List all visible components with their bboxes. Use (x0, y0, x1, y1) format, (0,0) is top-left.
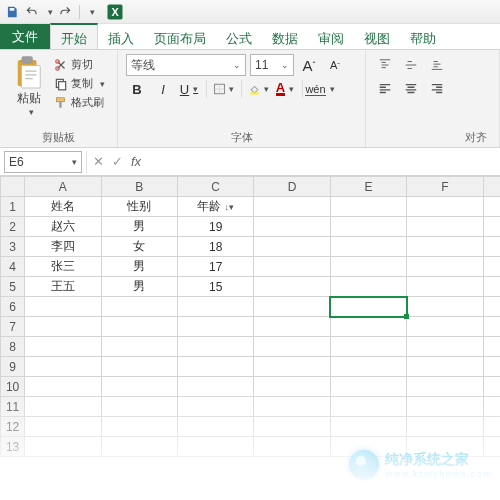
row-header[interactable]: 4 (1, 257, 25, 277)
row-header[interactable]: 6 (1, 297, 25, 317)
cell[interactable] (330, 277, 406, 297)
cell[interactable]: 性别 (101, 197, 177, 217)
cell[interactable] (177, 357, 253, 377)
fill-color-button[interactable]: ▾ (248, 78, 270, 100)
paste-button[interactable]: 粘贴 ▾ (8, 54, 50, 119)
cell[interactable] (483, 337, 500, 357)
tab-formulas[interactable]: 公式 (216, 24, 262, 49)
borders-button[interactable]: ▾ (213, 78, 235, 100)
cell[interactable] (177, 397, 253, 417)
cell[interactable] (254, 337, 330, 357)
cell[interactable] (25, 297, 101, 317)
cell[interactable] (407, 257, 483, 277)
format-painter-button[interactable]: 格式刷 (52, 94, 107, 111)
undo-icon[interactable] (24, 4, 40, 20)
cell[interactable] (25, 437, 101, 457)
cell[interactable] (177, 337, 253, 357)
tab-page-layout[interactable]: 页面布局 (144, 24, 216, 49)
cell[interactable] (330, 257, 406, 277)
tab-file[interactable]: 文件 (0, 24, 50, 49)
cell[interactable] (254, 297, 330, 317)
cell[interactable]: 19 (177, 217, 253, 237)
cell[interactable]: 姓名 (25, 197, 101, 217)
redo-icon[interactable] (57, 4, 73, 20)
row-header[interactable]: 2 (1, 217, 25, 237)
col-header[interactable]: C (177, 177, 253, 197)
font-color-button[interactable]: A▾ (274, 78, 296, 100)
tab-home[interactable]: 开始 (50, 23, 98, 49)
cell[interactable] (177, 437, 253, 457)
cell[interactable] (101, 337, 177, 357)
cell[interactable] (330, 357, 406, 377)
cell[interactable] (254, 317, 330, 337)
cell[interactable]: 赵六 (25, 217, 101, 237)
cell[interactable] (407, 357, 483, 377)
cell[interactable] (483, 257, 500, 277)
increase-font-button[interactable]: Aˆ (298, 54, 320, 76)
italic-button[interactable]: I (152, 78, 174, 100)
cell[interactable] (407, 397, 483, 417)
underline-button[interactable]: U▾ (178, 78, 200, 100)
fx-icon[interactable]: fx (131, 154, 141, 169)
cell[interactable] (483, 417, 500, 437)
cell[interactable] (330, 417, 406, 437)
cell[interactable] (254, 237, 330, 257)
align-right-button[interactable] (426, 78, 448, 100)
cell[interactable] (101, 317, 177, 337)
cell[interactable] (483, 437, 500, 457)
cell[interactable] (254, 437, 330, 457)
row-header[interactable]: 7 (1, 317, 25, 337)
cell[interactable] (407, 417, 483, 437)
col-header[interactable]: E (330, 177, 406, 197)
cancel-formula-icon[interactable]: ✕ (93, 154, 104, 169)
tab-insert[interactable]: 插入 (98, 24, 144, 49)
tab-help[interactable]: 帮助 (400, 24, 446, 49)
cell[interactable] (407, 437, 483, 457)
cell[interactable]: 王五 (25, 277, 101, 297)
cell[interactable] (25, 357, 101, 377)
cell[interactable] (483, 217, 500, 237)
filter-sort-icon[interactable]: ↓▾ (224, 202, 234, 212)
cell[interactable] (407, 317, 483, 337)
align-left-button[interactable] (374, 78, 396, 100)
cell[interactable] (483, 277, 500, 297)
cell[interactable] (330, 437, 406, 457)
cell[interactable] (101, 357, 177, 377)
formula-input[interactable] (149, 151, 494, 173)
cell[interactable] (101, 397, 177, 417)
cell[interactable] (101, 417, 177, 437)
cell[interactable] (177, 297, 253, 317)
cell[interactable]: 年龄↓▾ (177, 197, 253, 217)
cell[interactable] (254, 417, 330, 437)
cell[interactable] (25, 417, 101, 437)
cell[interactable] (330, 217, 406, 237)
cell[interactable] (254, 377, 330, 397)
cell[interactable] (101, 297, 177, 317)
cell[interactable] (483, 397, 500, 417)
save-icon[interactable] (4, 4, 20, 20)
qat-customize-icon[interactable]: ▾ (90, 7, 95, 17)
tab-review[interactable]: 审阅 (308, 24, 354, 49)
cell[interactable] (25, 377, 101, 397)
cell[interactable]: 女 (101, 237, 177, 257)
col-header[interactable]: F (407, 177, 483, 197)
cell[interactable]: 张三 (25, 257, 101, 277)
align-bottom-button[interactable] (426, 54, 448, 76)
spreadsheet-grid[interactable]: A B C D E F G 1姓名性别年龄↓▾2赵六男193李四女184张三男1… (0, 176, 500, 457)
enter-formula-icon[interactable]: ✓ (112, 154, 123, 169)
cell[interactable] (177, 317, 253, 337)
row-header[interactable]: 10 (1, 377, 25, 397)
cell[interactable] (483, 317, 500, 337)
cell[interactable]: 17 (177, 257, 253, 277)
cell[interactable] (330, 317, 406, 337)
col-header[interactable]: D (254, 177, 330, 197)
cell[interactable] (330, 297, 406, 317)
cell[interactable] (330, 337, 406, 357)
row-header[interactable]: 11 (1, 397, 25, 417)
cell[interactable] (483, 237, 500, 257)
align-top-button[interactable] (374, 54, 396, 76)
name-box-dropdown-icon[interactable]: ▾ (72, 157, 77, 167)
row-header[interactable]: 8 (1, 337, 25, 357)
cell[interactable]: 18 (177, 237, 253, 257)
decrease-font-button[interactable]: Aˇ (324, 54, 346, 76)
